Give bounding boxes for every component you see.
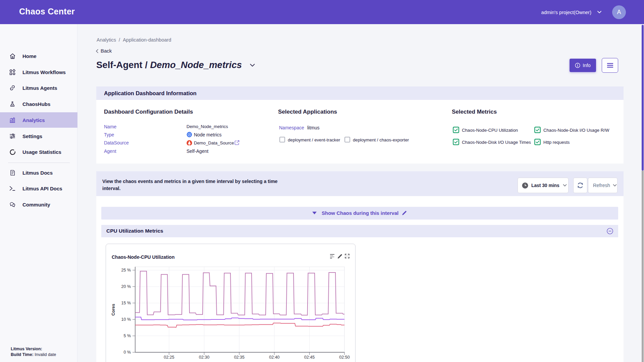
svg-text:20 %: 20 % — [121, 284, 131, 289]
svg-text:02:30: 02:30 — [199, 355, 209, 360]
svg-text:Cores: Cores — [111, 304, 116, 315]
svg-text:25 %: 25 % — [121, 268, 131, 273]
svg-text:02:45: 02:45 — [304, 355, 315, 360]
svg-text:02:50: 02:50 — [339, 355, 350, 360]
svg-text:15 %: 15 % — [121, 301, 131, 305]
svg-text:02:25: 02:25 — [164, 355, 174, 360]
svg-text:02:40: 02:40 — [269, 355, 279, 360]
svg-text:5 %: 5 % — [123, 334, 131, 338]
svg-text:0 %: 0 % — [123, 350, 131, 355]
svg-text:10 %: 10 % — [121, 317, 131, 322]
svg-text:02:35: 02:35 — [234, 355, 245, 360]
